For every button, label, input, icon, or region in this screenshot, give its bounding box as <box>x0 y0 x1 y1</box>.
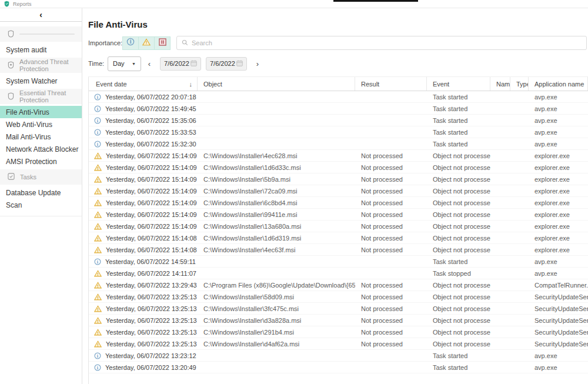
result-cell: Not processed <box>355 326 427 338</box>
table-row[interactable]: iYesterday, 06/07/2022 13:20:49Task star… <box>89 362 588 373</box>
table-row[interactable]: !Yesterday, 06/07/2022 13:29:43C:\Progra… <box>89 279 588 291</box>
result-cell <box>355 268 427 279</box>
result-cell: Not processed <box>355 303 427 314</box>
table-row[interactable]: !Yesterday, 06/07/2022 15:14:09C:\Window… <box>89 197 588 209</box>
sidebar-item-file-anti-virus[interactable]: File Anti-Virus <box>0 106 82 118</box>
table-row[interactable]: iYesterday, 06/07/2022 15:32:30Task star… <box>89 138 588 150</box>
date-from-field[interactable]: 7/6/2022 <box>160 57 201 71</box>
calendar-icon <box>191 60 197 68</box>
column-header-object[interactable]: Object <box>198 77 355 91</box>
column-header-result[interactable]: Result <box>355 77 427 91</box>
next-period-button[interactable]: › <box>252 59 263 68</box>
name-cell <box>490 362 510 373</box>
event-date-text: Yesterday, 06/07/2022 15:35:06 <box>105 117 196 124</box>
table-row[interactable]: !Yesterday, 06/07/2022 15:14:08C:\Window… <box>89 244 588 256</box>
table-row[interactable]: !Yesterday, 06/07/2022 13:25:13C:\Window… <box>89 315 588 326</box>
type-cell <box>510 91 529 102</box>
sidebar-item-scan[interactable]: Scan <box>0 199 82 211</box>
result-cell <box>355 91 427 102</box>
svg-text:!: ! <box>97 319 98 323</box>
sidebar-item-amsi-protection[interactable]: AMSI Protection <box>0 155 82 168</box>
table-row[interactable]: !Yesterday, 06/07/2022 13:25:13C:\Window… <box>89 326 588 338</box>
svg-text:i: i <box>97 259 99 264</box>
object-cell: C:\Windows\Installer\4ec628.msi <box>198 150 355 161</box>
period-select[interactable]: Day ▼ <box>108 56 141 71</box>
warning-icon: ! <box>94 282 102 289</box>
event-cell: Task started <box>427 362 490 373</box>
sidebar-item-system-watcher[interactable]: System Watcher <box>0 75 82 87</box>
object-cell: C:\Windows\Installer\291b4.msi <box>198 326 355 338</box>
table-row[interactable]: iYesterday, 06/07/2022 15:33:53Task star… <box>89 126 588 138</box>
type-cell <box>510 256 529 267</box>
importance-filter-row: Importance: i ! Search <box>88 35 587 51</box>
table-row[interactable]: iYesterday, 06/07/2022 14:59:11Task star… <box>89 256 588 268</box>
column-header-event[interactable]: Event <box>427 77 490 91</box>
name-cell <box>490 173 510 185</box>
sidebar-collapse-button[interactable]: ‹ <box>0 8 82 22</box>
application-name-cell: SecurityUpdateSer <box>529 303 588 314</box>
sidebar-list: System auditAdvanced Threat ProtectionSy… <box>0 22 82 216</box>
column-header-name[interactable]: Name <box>490 77 510 91</box>
table-row[interactable]: !Yesterday, 06/07/2022 13:25:13C:\Window… <box>89 338 588 350</box>
sidebar-group-label: Essential Threat Protection <box>19 89 82 103</box>
warning-filter-button[interactable]: ! <box>138 36 155 50</box>
column-header-application-name[interactable]: Application name <box>529 77 588 91</box>
table-row[interactable]: iYesterday, 06/07/2022 20:07:18Task star… <box>89 91 588 103</box>
sidebar-item-label: System Watcher <box>6 77 58 85</box>
result-cell <box>355 126 427 138</box>
table-row[interactable]: !Yesterday, 06/07/2022 13:25:13C:\Window… <box>89 291 588 303</box>
event-date-text: Yesterday, 06/07/2022 13:25:13 <box>106 317 197 324</box>
table-row[interactable]: !Yesterday, 06/07/2022 15:14:09C:\Window… <box>89 150 588 162</box>
search-input[interactable]: Search <box>176 36 587 50</box>
application-name-cell: explorer.exe <box>529 173 588 185</box>
event-date-text: Yesterday, 06/07/2022 14:59:11 <box>105 258 196 265</box>
date-to-field[interactable]: 7/6/2022 <box>206 57 247 71</box>
table-row[interactable]: !Yesterday, 06/07/2022 15:14:09C:\Window… <box>89 162 588 173</box>
sidebar-item-label: System audit <box>6 46 46 54</box>
application-name-cell: explorer.exe <box>529 209 588 220</box>
sidebar-group-advanced-threat-protection: Advanced Threat Protection <box>0 58 82 73</box>
table-row[interactable]: !Yesterday, 06/07/2022 13:25:13C:\Window… <box>89 303 588 315</box>
previous-period-button[interactable]: ‹ <box>144 59 155 68</box>
info-filter-button[interactable]: i <box>122 36 139 50</box>
table-row[interactable]: iYesterday, 06/07/2022 15:35:06Task star… <box>89 115 588 126</box>
event-date-text: Yesterday, 06/07/2022 15:14:09 <box>106 152 197 159</box>
table-row[interactable]: !Yesterday, 06/07/2022 15:14:09C:\Window… <box>89 221 588 232</box>
table-row[interactable]: !Yesterday, 06/07/2022 15:14:09C:\Window… <box>89 185 588 197</box>
event-date-cell: !Yesterday, 06/07/2022 15:14:09 <box>89 162 198 173</box>
svg-text:!: ! <box>97 283 98 288</box>
sidebar-item-web-anti-virus[interactable]: Web Anti-Virus <box>0 118 82 131</box>
svg-text:i: i <box>129 39 132 45</box>
event-date-cell: iYesterday, 06/07/2022 15:35:06 <box>89 115 198 126</box>
table-row[interactable]: iYesterday, 06/07/2022 15:49:45Task star… <box>89 103 588 115</box>
event-cell: Object not processed <box>427 315 490 326</box>
object-cell: C:\Windows\Installer\13a680a.msi <box>198 221 355 232</box>
table-row[interactable]: !Yesterday, 06/07/2022 15:14:09C:\Window… <box>89 209 588 221</box>
importance-label: Importance: <box>88 39 122 46</box>
type-cell <box>510 326 529 338</box>
sidebar-item-system-audit[interactable]: System audit <box>0 44 82 56</box>
column-header-event-date[interactable]: Event date ↓ <box>89 77 198 91</box>
object-cell: C:\Windows\Installer\d3a828a.msi <box>198 315 355 326</box>
event-date-text: Yesterday, 06/07/2022 13:20:49 <box>105 364 196 371</box>
event-date-cell: !Yesterday, 06/07/2022 13:25:13 <box>89 291 198 302</box>
sidebar-item-database-update[interactable]: Database Update <box>0 186 82 199</box>
sidebar-item-label: Database Update <box>6 189 61 197</box>
table-row[interactable]: iYesterday, 06/07/2022 13:23:12Task star… <box>89 350 588 362</box>
column-header-type[interactable]: Type <box>510 77 529 91</box>
table-row[interactable]: !Yesterday, 06/07/2022 15:14:08C:\Window… <box>89 232 588 244</box>
date-from-value: 7/6/2022 <box>164 60 189 67</box>
event-cell: Object not processed <box>427 221 490 232</box>
sidebar-item-mail-anti-virus[interactable]: Mail Anti-Virus <box>0 131 82 143</box>
critical-filter-button[interactable] <box>154 36 171 50</box>
application-name-cell: SecurityUpdateSer <box>529 291 588 302</box>
event-date-text: Yesterday, 06/07/2022 15:49:45 <box>105 105 196 112</box>
table-row[interactable]: !Yesterday, 06/07/2022 14:11:07Task stop… <box>89 268 588 279</box>
name-cell <box>490 209 510 220</box>
sidebar-item-network-attack-blocker[interactable]: Network Attack Blocker <box>0 143 82 155</box>
event-cell: Object not processed <box>427 291 490 302</box>
table-row[interactable]: !Yesterday, 06/07/2022 15:14:09C:\Window… <box>89 173 588 185</box>
reports-sidebar: ‹ System auditAdvanced Threat Protection… <box>0 8 82 384</box>
application-name-cell: SecurityUpdateSer <box>529 326 588 338</box>
result-cell: Not processed <box>355 162 427 173</box>
